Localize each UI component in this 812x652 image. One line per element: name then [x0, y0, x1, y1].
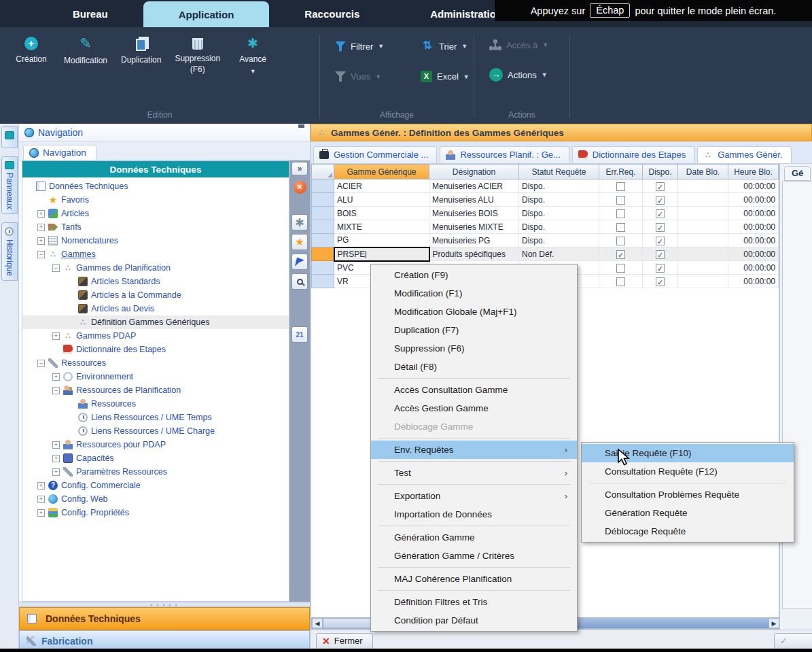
row-selector[interactable]	[312, 179, 334, 193]
tab-ressources-planif[interactable]: Ressources Planif. : Ge...	[440, 146, 569, 163]
checkbox[interactable]	[616, 237, 625, 245]
side-panel-tab[interactable]: Gé	[784, 166, 811, 181]
expander-icon[interactable]	[52, 332, 60, 340]
expander-icon[interactable]	[37, 224, 45, 231]
dock-tab-historique[interactable]: Historique	[1, 222, 18, 281]
scrollbar-track[interactable]	[567, 618, 769, 628]
scroll-right-arrow[interactable]: ▶	[769, 618, 779, 628]
row-selector[interactable]	[312, 261, 334, 275]
duplication-button[interactable]: Duplication	[116, 34, 166, 78]
tab-raccourcis[interactable]: Raccourcis	[269, 0, 395, 27]
table-row[interactable]: ACIER Menuiseries ACIER Dispo. ✓ 00:00:0…	[312, 179, 779, 193]
menu-item-importation[interactable]: Importation de Données	[371, 505, 577, 524]
vues-button[interactable]: Vues ▼	[335, 71, 398, 82]
tree-item[interactable]: Paramètres Ressources	[22, 465, 289, 479]
expander-icon[interactable]	[37, 251, 45, 258]
menu-item-deblocage-requete[interactable]: Déblocage Requête	[582, 522, 794, 541]
tab-application[interactable]: Application	[143, 1, 270, 27]
expander-icon[interactable]	[52, 387, 60, 394]
checkbox[interactable]	[616, 182, 625, 191]
menu-item-maj-coherence[interactable]: MAJ Cohérence Planification	[371, 570, 577, 588]
checkbox[interactable]: ✓	[656, 196, 665, 205]
dock-tab-icon[interactable]	[1, 126, 18, 148]
tab-navigation[interactable]: Navigation	[23, 145, 96, 160]
sort-button[interactable]: 21	[292, 326, 308, 343]
tree-item[interactable]: Liens Ressources / UME Charge	[22, 424, 289, 438]
table-row[interactable]: PG Menuiseries PG Dispo. ✓ 00:00:00	[312, 234, 779, 247]
expander-icon[interactable]	[37, 360, 45, 367]
checkbox[interactable]: ✓	[656, 209, 665, 218]
tree-item[interactable]: Gammes	[22, 247, 289, 261]
menu-item-modification[interactable]: Modification (F1)	[371, 284, 577, 303]
menu-item-suppression[interactable]: Suppression (F6)	[371, 339, 577, 358]
collapse-panel-button[interactable]: »	[292, 162, 308, 175]
tree-item[interactable]: Articles Standards	[22, 275, 289, 288]
acces-a-button[interactable]: Accès à ▼	[489, 39, 552, 50]
checkbox[interactable]: ✓	[656, 277, 665, 286]
menu-item-consultation-problemes[interactable]: Consultation Problèmes Requête	[582, 485, 794, 504]
tab-gammes-generiques[interactable]: Gammes Génér.	[697, 146, 791, 163]
checkbox[interactable]: ✓	[656, 264, 665, 273]
menu-item-generation-gamme-criteres[interactable]: Génération Gamme / Critères	[371, 547, 577, 565]
menu-item-creation[interactable]: Création (F9)	[371, 266, 577, 284]
menu-item-condition-defaut[interactable]: Condition par Défaut	[371, 611, 577, 630]
expander-icon[interactable]	[52, 373, 60, 381]
options-button[interactable]	[292, 214, 308, 230]
menu-item-exportation[interactable]: Exportation›	[371, 487, 577, 505]
expander-icon[interactable]	[52, 264, 60, 272]
tree-item[interactable]: Dictionnaire des Etapes	[22, 343, 289, 356]
tree-item[interactable]: Capacités	[22, 451, 289, 465]
tree-item[interactable]: Config. Commerciale	[22, 479, 289, 492]
checkbox[interactable]	[616, 223, 625, 232]
expander-icon[interactable]	[37, 237, 45, 245]
expander-icon[interactable]	[37, 496, 45, 503]
tree-item[interactable]: Gammes de Planification	[22, 261, 289, 275]
expander-icon[interactable]	[52, 441, 60, 449]
column-header[interactable]: Désignation	[429, 165, 519, 179]
menu-item-generation-gamme[interactable]: Génération Gamme	[371, 528, 577, 547]
tree-item[interactable]: Config. Propriétés	[22, 506, 289, 519]
checkbox[interactable]: ✓	[656, 237, 665, 245]
tree-item[interactable]: Ressources de Planification	[22, 383, 289, 397]
validate-button-partial[interactable]: ✓	[774, 633, 812, 649]
checkbox[interactable]: ✓	[656, 182, 665, 191]
table-row-current[interactable]: PRSPE Produits spécifiques Non Déf. ✓ ✓ …	[312, 247, 779, 261]
checkbox[interactable]	[616, 196, 625, 205]
menu-item-acces-consultation[interactable]: Accès Consultation Gamme	[371, 381, 577, 399]
table-row[interactable]: ALU Menuiseries ALU Dispo. ✓ 00:00:00	[312, 193, 779, 207]
tree-item[interactable]: Articles au Devis	[22, 302, 289, 315]
column-header[interactable]: Date Blo.	[678, 165, 728, 179]
table-row[interactable]: BOIS Menuiseries BOIS Dispo. ✓ 00:00:00	[312, 207, 779, 220]
menu-item-env-requetes[interactable]: Env. Requêtes›	[371, 441, 577, 459]
fermer-button[interactable]: ✕ Fermer	[316, 633, 373, 650]
menu-item-definition-filtres[interactable]: Définition Filtres et Tris	[371, 593, 577, 611]
menu-item-test[interactable]: Test›	[371, 464, 577, 482]
tree-item[interactable]: Gammes PDAP	[22, 329, 289, 343]
checkbox[interactable]	[616, 277, 625, 286]
dock-tab-panneaux[interactable]: Panneaux	[1, 156, 18, 214]
column-header[interactable]: Gamme Générique	[334, 165, 429, 179]
expander-icon[interactable]	[37, 210, 45, 218]
search-button[interactable]	[292, 273, 308, 290]
tab-dictionnaire-etapes[interactable]: Dictionnaire des Etapes	[572, 146, 694, 163]
menu-item-saisie-requete[interactable]: Saisie Requête (F10)	[582, 444, 794, 462]
checkbox[interactable]: ✓	[616, 250, 625, 259]
column-header[interactable]: Statut Requête	[519, 165, 599, 179]
favorites-button[interactable]	[292, 234, 308, 250]
tab-gestion-commerciale[interactable]: Gestion Commerciale ...	[313, 146, 437, 163]
tree-item[interactable]: Ressources	[22, 397, 289, 411]
tree-item[interactable]: Articles à la Commande	[22, 288, 289, 302]
goto-button[interactable]	[292, 254, 308, 270]
tab-bureau[interactable]: Bureau	[37, 0, 143, 27]
tree-item[interactable]: Nomenclatures	[22, 234, 289, 247]
row-selector[interactable]	[312, 207, 334, 220]
panel-splitter[interactable]: • • • • •	[19, 602, 310, 607]
select-all-header[interactable]	[312, 165, 334, 179]
row-selector[interactable]	[312, 234, 334, 247]
tree-item[interactable]: Favoris	[22, 193, 289, 207]
tree-item[interactable]: Ressources pour PDAP	[22, 438, 289, 451]
suppression-button[interactable]: Suppression (F6)	[169, 34, 226, 78]
tree-item[interactable]: Liens Ressources / UME Temps	[22, 411, 289, 424]
menu-item-acces-gestion[interactable]: Accès Gestion Gamme	[371, 399, 577, 417]
column-header[interactable]: Heure Blo.	[728, 165, 779, 179]
